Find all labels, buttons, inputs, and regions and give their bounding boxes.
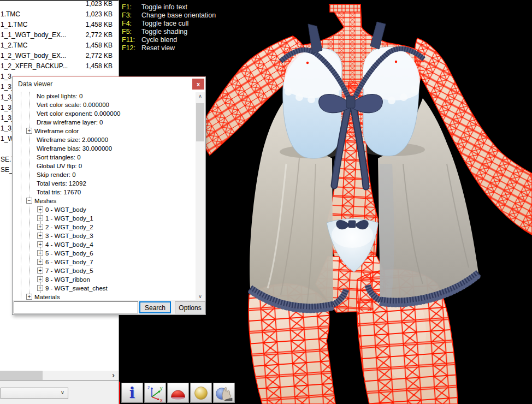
search-input[interactable] [14,301,138,313]
hotkey-hint: F3:Change base orientation [122,11,216,20]
svg-text:x: x [160,397,163,402]
hotkey-key: F4: [122,20,141,28]
expand-icon[interactable]: + [37,250,43,256]
dome-icon [170,385,186,401]
scroll-down-icon[interactable]: ∨ [196,293,205,301]
tree-item-label: Sort triangles: 0 [37,153,81,162]
hotkey-hint: F11:Cycle blend [122,36,216,44]
scroll-right-icon[interactable]: › [112,370,115,379]
tree-item-label: Global UV flip: 0 [37,162,82,170]
expand-icon[interactable]: + [37,224,43,230]
tree-guide-line [21,92,21,301]
file-row[interactable]: 1.TMC1,023 KB [0,9,119,20]
tree-item-label: Draw wireframe layer: 0 [37,118,103,127]
tree-item-label: Wireframe size: 2.000000 [37,135,108,144]
file-size: 1,458 KB [86,40,113,51]
app-window: F1:Toggle info textF3:Change base orient… [0,0,532,404]
tree-item-label: 6 - WGT_body_7 [45,258,93,266]
tree-item-label: 3 - WGT_body_3 [45,231,93,240]
tree-item-label: Meshes [34,197,56,205]
property-tree[interactable]: No pixel lights: 0Vert color scale: 0.00… [13,92,205,301]
hotkey-action: Cycle blend [141,36,177,44]
horizontal-scrollbar[interactable]: › [0,371,119,380]
close-button[interactable]: x [192,79,204,90]
hotkey-key: F12: [122,44,141,52]
file-name: 1_2.TMC [1,40,27,51]
file-name: 1_2_XFER_BACKUP... [1,61,68,72]
options-button[interactable]: Options [175,301,205,313]
search-button[interactable]: Search [139,301,171,313]
panty-bow [336,220,368,229]
hotkey-hint: F5:Toggle shading [122,28,216,36]
expand-icon[interactable]: + [37,285,43,291]
expand-icon[interactable]: + [37,259,43,265]
scrollbar-thumb[interactable] [196,103,204,141]
file-size: 1,458 KB [86,61,113,72]
file-row[interactable]: 1_2_XFER_BACKUP...1,458 KB [0,61,119,72]
gold-sphere-icon [193,385,209,401]
expand-icon[interactable]: + [26,128,32,134]
scrollbar-thumb[interactable] [0,371,43,380]
expand-icon[interactable]: + [37,268,43,274]
file-row[interactable]: 1,023 KB [0,0,119,9]
file-name: 1_3. [1,72,13,82]
file-size: 1,458 KB [86,20,113,30]
hotkey-hint: F12:Reset view [122,44,216,52]
tree-item-label: Wireframe color [34,127,79,135]
file-row[interactable]: 1_2.TMC1,458 KB [0,40,119,51]
file-size: 1,023 KB [86,0,113,9]
dialog-titlebar[interactable]: Data viewer x [13,77,205,92]
vertex-marker [395,61,397,63]
expand-icon[interactable]: + [37,241,43,247]
material-sphere-button[interactable] [190,383,212,403]
axes-button[interactable]: z y x [144,383,166,403]
file-size: 2,772 KB [86,30,113,40]
tree-item-label: 4 - WGT_body_4 [45,240,93,249]
chevron-down-icon: ∨ [61,389,64,395]
hotkey-action: Reset view [141,44,175,52]
expand-icon[interactable]: + [37,206,43,212]
file-filter-combobox[interactable]: ∨ [1,388,68,399]
tree-item-label: 1 - WGT_body_1 [45,214,93,223]
grab-view-button[interactable] [213,383,235,403]
info-icon: i [129,385,135,401]
tree-item-label: 7 - WGT_body_5 [45,266,93,275]
axes-icon: z y x [146,384,164,402]
dome-button[interactable] [167,383,189,403]
file-name: 1_2_WGT_body_EX... [1,51,66,61]
hotkey-key: F5: [122,28,141,36]
file-row[interactable]: 1_1_WGT_body_EX...2,772 KB [0,30,119,40]
file-size: 1,023 KB [86,9,113,20]
hotkey-key: F11: [122,36,141,44]
svg-text:y: y [160,385,163,391]
hotkey-hint: F4:Toggle face cull [122,20,216,28]
tree-item-label: Wireframe bias: 30.000000 [37,144,112,153]
file-row[interactable]: 1_1.TMC1,458 KB [0,20,119,30]
expand-icon[interactable]: + [37,215,43,221]
hotkey-key: F1: [122,3,141,11]
vertex-marker [306,62,309,64]
svg-text:z: z [147,385,150,390]
expand-icon[interactable]: + [37,276,43,282]
viewport-toolbar: i z y x [121,383,235,403]
tree-item-label: 2 - WGT_body_2 [45,223,93,231]
hand-sphere-icon [215,385,233,401]
neck-seam-ring [330,4,360,12]
tree-item-label: Skip render: 0 [37,170,76,179]
panel-bottom-bar: ∨ [0,380,119,404]
hotkey-overlay: F1:Toggle info textF3:Change base orient… [122,3,216,52]
info-button[interactable]: i [121,383,143,403]
scroll-up-icon[interactable]: ∧ [196,92,205,100]
tree-item-label: Total verts: 12092 [37,179,86,188]
hotkey-action: Toggle shading [141,28,187,35]
tree-scrollbar[interactable]: ∧ ∨ [196,92,205,301]
tree-item-label: 8 - WGT_ribbon [45,275,90,284]
hotkey-hint: F1:Toggle info text [122,3,216,11]
tree-item-label: Vert color exponent: 0.000000 [37,109,120,118]
file-row[interactable]: 1_2_WGT_body_EX...2,772 KB [0,51,119,61]
tree-item-label: Total tris: 17670 [37,188,81,197]
collapse-icon[interactable]: − [26,198,32,204]
expand-icon[interactable]: + [26,294,32,300]
file-name: 1_1.TMC [1,20,27,30]
expand-icon[interactable]: + [37,233,43,239]
